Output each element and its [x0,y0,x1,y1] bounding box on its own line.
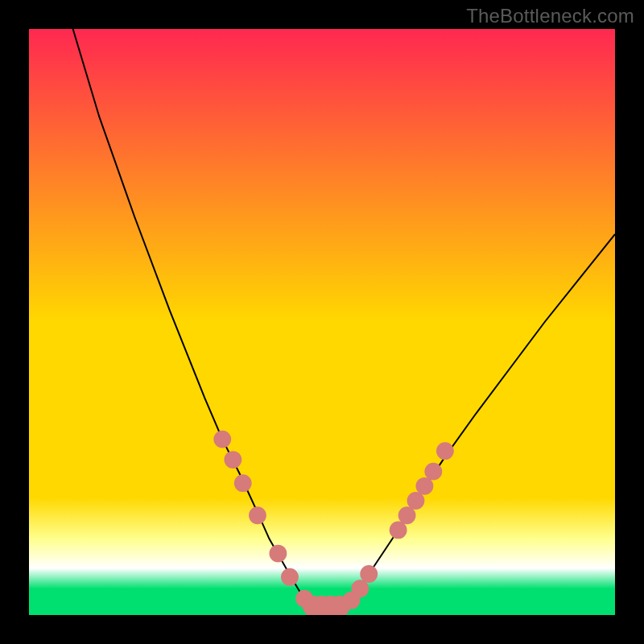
chart-svg [29,29,615,615]
data-marker [249,506,266,524]
watermark-text: TheBottleneck.com [466,5,634,27]
gradient-background [29,29,615,615]
data-marker [390,522,407,539]
data-marker [213,431,231,448]
data-marker [351,580,369,597]
chart-container: TheBottleneck.com [0,0,644,644]
plot-area [29,29,615,615]
data-marker [281,568,299,586]
data-marker [424,463,442,481]
data-marker [398,506,416,524]
data-marker [224,451,242,469]
data-marker [407,492,425,510]
data-marker [436,442,454,460]
data-marker [269,545,287,563]
data-marker [360,565,378,583]
data-marker [234,474,252,492]
data-marker [415,477,433,495]
